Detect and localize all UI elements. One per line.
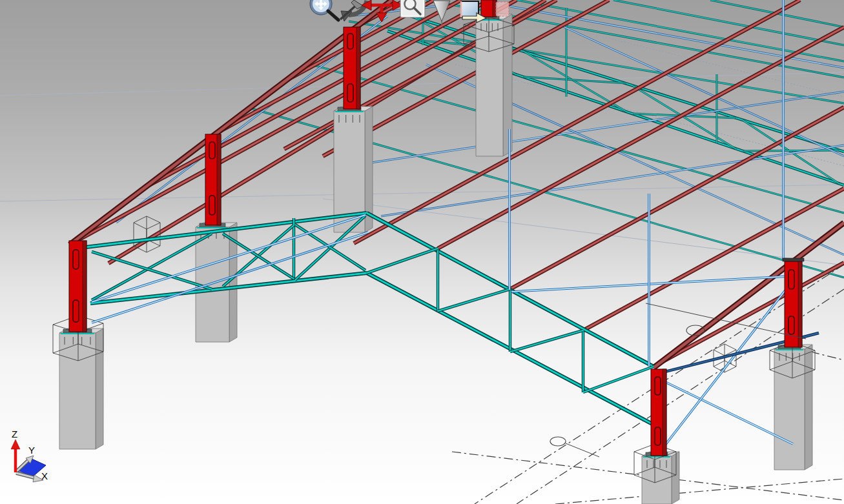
viewport-3d[interactable]: Z Y X (0, 0, 844, 504)
z-axis-label: Z (12, 428, 17, 439)
view-plane-arrow-icon[interactable] (461, 1, 486, 23)
pink-highlight-square[interactable] (496, 2, 509, 16)
clip-cone-icon[interactable] (433, 1, 450, 25)
pan-arrows-icon[interactable] (362, 0, 402, 22)
zoom-window-button[interactable] (400, 0, 425, 17)
x-axis-label: X (41, 470, 48, 481)
rotate-arrow-icon[interactable] (340, 0, 367, 21)
overlay-icons (0, 0, 844, 504)
ucs-axis-indicator: Z Y X (0, 420, 77, 504)
zoom-fit-magnifier-icon[interactable] (310, 0, 338, 20)
y-axis-label: Y (28, 445, 35, 456)
